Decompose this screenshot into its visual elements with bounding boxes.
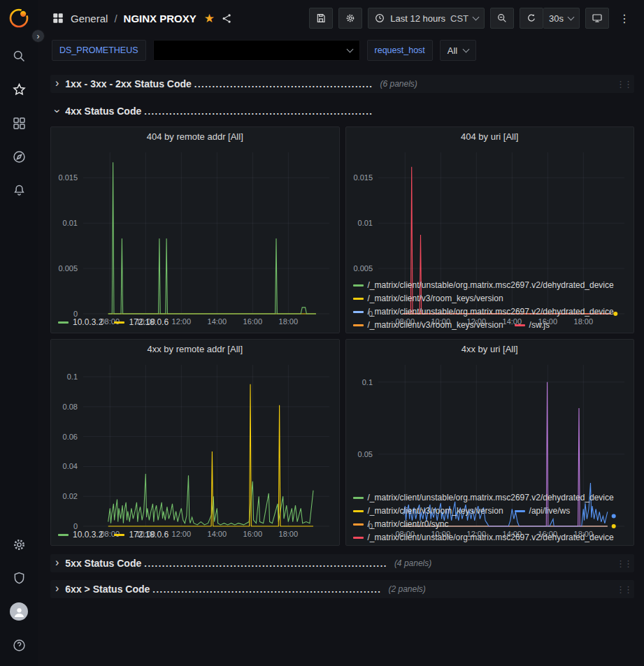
- panel-legend: 10.0.3.2172.18.0.6: [51, 315, 339, 333]
- refresh-interval-value: 30s: [549, 13, 564, 24]
- dashboard-toolbar: General / NGINX PROXY ★ Last 12 hours CS…: [38, 0, 644, 36]
- svg-text:0.02: 0.02: [63, 492, 78, 500]
- legend-series-color: [515, 324, 525, 326]
- legend-item[interactable]: /_matrix/client/v3/room_keys/version: [353, 505, 503, 518]
- row-panel-count: (6 panels): [380, 79, 417, 89]
- refresh-button[interactable]: [520, 8, 543, 29]
- more-options-button[interactable]: ⋮: [615, 12, 634, 25]
- row-panel-count: (2 panels): [388, 584, 425, 594]
- row-drag-handle-icon[interactable]: ⋮⋮: [616, 79, 634, 89]
- help-question-icon: [12, 638, 27, 653]
- panel-404-by-uri: 404 by uri [All] 08:0010:0012:0014:0016:…: [345, 126, 635, 333]
- user-avatar: [10, 602, 28, 621]
- variable-label-request-host[interactable]: request_host: [367, 40, 433, 61]
- variable-label-ds-prometheus[interactable]: DS_PROMETHEUS: [52, 40, 146, 61]
- legend-item[interactable]: /_matrix/client/unstable/org.matrix.msc2…: [353, 279, 614, 292]
- legend-series-color: [353, 510, 364, 512]
- sidebar-item-starred[interactable]: [0, 73, 38, 106]
- refresh-group: 30s: [520, 8, 580, 29]
- zoom-out-time-button[interactable]: [490, 8, 514, 29]
- row-title: 4xx Status Code: [65, 106, 141, 117]
- chevron-down-icon: [346, 45, 353, 52]
- dashboard-title[interactable]: NGINX PROXY: [124, 13, 196, 24]
- zoom-out-icon: [496, 13, 508, 24]
- row-drag-handle-icon[interactable]: ⋮⋮: [616, 584, 634, 595]
- legend-row: /_matrix/client/r0/sync: [353, 518, 629, 531]
- share-icon: [221, 13, 233, 24]
- svg-text:0.01: 0.01: [63, 219, 78, 227]
- dashboard-settings-button[interactable]: [338, 8, 362, 29]
- legend-series-color: [353, 324, 364, 326]
- row-header-5xx[interactable]: › 5xx Status Code ......................…: [50, 554, 634, 572]
- panel-legend: 10.0.3.2172.18.0.6: [51, 528, 339, 545]
- gear-icon: [345, 13, 356, 24]
- breadcrumb: General / NGINX PROXY ★: [52, 11, 233, 26]
- legend-item[interactable]: 10.0.3.2: [58, 528, 103, 542]
- legend-item[interactable]: /_matrix/client/unstable/org.matrix.msc2…: [353, 491, 614, 505]
- grafana-logo-icon: [8, 7, 30, 29]
- row-collapsed-chevron-icon: ›: [55, 78, 59, 89]
- variable-value-ds-prometheus[interactable]: [153, 40, 360, 61]
- row-header-4xx[interactable]: › 4xx Status Code ......................…: [50, 102, 634, 120]
- legend-item[interactable]: /_matrix/client/v3/room_keys/version: [353, 319, 503, 332]
- legend-row: /_matrix/client/v3/room_keys/version/sw.…: [353, 319, 629, 332]
- chevron-down-icon: [473, 13, 480, 20]
- grafana-logo[interactable]: [8, 7, 30, 29]
- monitor-icon: [592, 13, 603, 24]
- svg-text:0.1: 0.1: [362, 378, 372, 386]
- variable-value-request-host[interactable]: All: [440, 40, 476, 61]
- legend-row: /_matrix/client/v3/room_keys/version/api…: [353, 505, 629, 518]
- chevron-right-icon: ›: [37, 32, 40, 41]
- legend-item[interactable]: /_matrix/client/unstable/org.matrix.msc2…: [353, 305, 614, 319]
- bell-icon: [12, 183, 27, 198]
- favorite-star-icon[interactable]: ★: [204, 11, 215, 26]
- legend-item[interactable]: 172.18.0.6: [114, 316, 169, 329]
- legend-item[interactable]: /sw.js: [515, 319, 550, 332]
- shield-icon: [12, 571, 27, 586]
- panel-title[interactable]: 4xx by remote addr [All]: [51, 340, 339, 359]
- legend-series-color: [353, 284, 364, 287]
- apps-grid-icon: [52, 12, 64, 24]
- save-dashboard-button[interactable]: [309, 8, 333, 29]
- panel-title[interactable]: 404 by remote addr [All]: [51, 127, 339, 147]
- share-button[interactable]: [221, 13, 233, 24]
- timeseries-chart: 08:0010:0012:0014:0016:0018:0000.020.040…: [51, 359, 339, 528]
- time-range-label: Last 12 hours: [390, 13, 445, 24]
- cycle-view-mode-button[interactable]: [585, 8, 609, 29]
- row-title-dots: ........................................…: [152, 584, 381, 595]
- sidebar-item-search[interactable]: [0, 39, 38, 73]
- panel-title[interactable]: 4xx by uri [All]: [346, 340, 634, 359]
- svg-text:0.05: 0.05: [357, 450, 372, 458]
- dashboard-canvas: › 1xx - 3xx - 2xx Status Code ..........…: [38, 68, 644, 666]
- legend-item[interactable]: 10.0.3.2: [58, 316, 103, 329]
- legend-series-color: [58, 321, 69, 324]
- time-range-picker[interactable]: Last 12 hours CST: [368, 8, 485, 29]
- row-header-6xx[interactable]: › 6xx > Status Code ....................…: [50, 580, 634, 598]
- row-drag-handle-icon[interactable]: ⋮⋮: [616, 558, 634, 569]
- legend-item[interactable]: /_matrix/client/v3/room_keys/version: [353, 292, 503, 305]
- row-title-dots: ........................................…: [194, 79, 373, 89]
- main-area: General / NGINX PROXY ★ Last 12 hours CS…: [38, 0, 644, 666]
- legend-series-color: [353, 298, 364, 300]
- sidebar-item-profile[interactable]: [0, 595, 38, 628]
- sidebar-item-help[interactable]: [0, 628, 38, 662]
- panel-title[interactable]: 404 by uri [All]: [346, 127, 634, 147]
- svg-text:0.005: 0.005: [353, 264, 373, 273]
- legend-item[interactable]: /_matrix/client/unstable/org.matrix.msc2…: [353, 531, 614, 544]
- sidebar-item-configuration[interactable]: [0, 528, 38, 561]
- dashboards-grid-icon: [12, 116, 27, 131]
- row-header-1xx-3xx-2xx[interactable]: › 1xx - 3xx - 2xx Status Code ..........…: [50, 75, 634, 93]
- breadcrumb-section[interactable]: General: [71, 13, 108, 24]
- sidebar-item-explore[interactable]: [0, 140, 38, 173]
- compass-icon: [12, 150, 27, 164]
- sidebar-expand-button[interactable]: ›: [31, 29, 45, 43]
- sidebar-item-dashboards[interactable]: [0, 106, 38, 140]
- refresh-interval-picker[interactable]: 30s: [543, 8, 580, 29]
- legend-item[interactable]: 172.18.0.6: [114, 528, 169, 542]
- sidebar-item-server-admin[interactable]: [0, 561, 38, 595]
- svg-text:0.015: 0.015: [58, 173, 78, 182]
- legend-item[interactable]: /_matrix/client/r0/sync: [353, 518, 449, 531]
- sidebar-item-alerting[interactable]: [0, 173, 38, 207]
- legend-item[interactable]: /api/live/ws: [515, 505, 571, 518]
- sidebar: [0, 0, 38, 666]
